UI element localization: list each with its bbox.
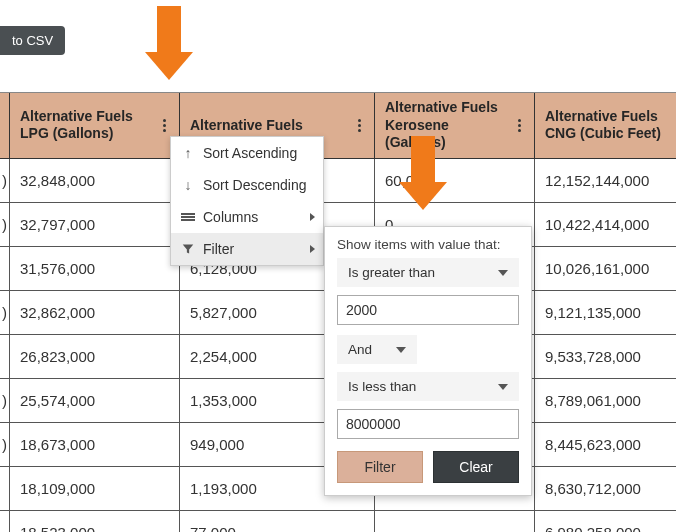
column-header-cng[interactable]: Alternative Fuels CNG (Cubic Feet): [535, 93, 676, 159]
cell-lpg: 32,848,000: [10, 159, 180, 203]
column-menu-icon[interactable]: [352, 119, 366, 132]
table-row: 18,523,00077,0006,980,258,000: [0, 511, 676, 533]
filter-value-1[interactable]: [337, 295, 519, 325]
filter-panel: Show items with value that: Is greater t…: [324, 226, 532, 496]
menu-filter[interactable]: Filter: [171, 233, 323, 265]
row-stub: ): [0, 159, 10, 203]
menu-sort-desc[interactable]: ↓ Sort Descending: [171, 169, 323, 201]
dropdown-value: And: [348, 342, 372, 357]
cell-lpg: 32,797,000: [10, 203, 180, 247]
export-csv-button[interactable]: to CSV: [0, 26, 65, 55]
chevron-right-icon: [310, 245, 315, 253]
filter-clear-button[interactable]: Clear: [433, 451, 519, 483]
column-label: Alternative Fuels CNG (Cubic Feet): [545, 108, 672, 143]
column-menu-icon[interactable]: [512, 119, 526, 132]
row-stub: ): [0, 203, 10, 247]
column-menu-icon[interactable]: [157, 119, 171, 132]
cell-lpg: 26,823,000: [10, 335, 180, 379]
row-stub: [0, 467, 10, 511]
cell-lpg: 32,862,000: [10, 291, 180, 335]
menu-label: Sort Ascending: [203, 145, 297, 161]
cell-cng: 10,026,161,000: [535, 247, 676, 291]
menu-sort-asc[interactable]: ↑ Sort Ascending: [171, 137, 323, 169]
cell-lpg: 18,109,000: [10, 467, 180, 511]
arrow-up-icon: ↑: [181, 145, 195, 161]
cell-cng: 9,533,728,000: [535, 335, 676, 379]
chevron-down-icon: [498, 384, 508, 390]
cell-lpg: 18,673,000: [10, 423, 180, 467]
callout-arrow-icon: [146, 6, 192, 80]
row-stub: [0, 335, 10, 379]
cell-kerosene: [375, 511, 535, 533]
arrow-down-icon: ↓: [181, 177, 195, 193]
cell-cng: 10,422,414,000: [535, 203, 676, 247]
cell-lpg: 25,574,000: [10, 379, 180, 423]
column-menu: ↑ Sort Ascending ↓ Sort Descending Colum…: [170, 136, 324, 266]
column-header-kerosene[interactable]: Alternative Fuels Kerosene (Gallons): [375, 93, 535, 159]
cell-lpg: 31,576,000: [10, 247, 180, 291]
cell-alt: 77,000: [180, 511, 375, 533]
filter-apply-button[interactable]: Filter: [337, 451, 423, 483]
cell-cng: 8,789,061,000: [535, 379, 676, 423]
columns-icon: [181, 213, 195, 221]
header-stub: [0, 93, 10, 159]
menu-columns[interactable]: Columns: [171, 201, 323, 233]
callout-arrow-icon: [400, 136, 446, 210]
row-stub: ): [0, 423, 10, 467]
cell-cng: 12,152,144,000: [535, 159, 676, 203]
row-stub: ): [0, 291, 10, 335]
dropdown-value: Is greater than: [348, 265, 435, 280]
dropdown-value: Is less than: [348, 379, 416, 394]
menu-label: Columns: [203, 209, 258, 225]
funnel-icon: [181, 243, 195, 255]
filter-value-2[interactable]: [337, 409, 519, 439]
filter-logic[interactable]: And: [337, 335, 417, 364]
row-stub: ): [0, 379, 10, 423]
column-label: Alternative Fuels: [190, 117, 352, 135]
cell-lpg: 18,523,000: [10, 511, 180, 533]
chevron-right-icon: [310, 213, 315, 221]
filter-operator-1[interactable]: Is greater than: [337, 258, 519, 287]
filter-operator-2[interactable]: Is less than: [337, 372, 519, 401]
column-menu-icon[interactable]: [672, 119, 676, 132]
menu-label: Filter: [203, 241, 234, 257]
chevron-down-icon: [396, 347, 406, 353]
cell-cng: 6,980,258,000: [535, 511, 676, 533]
filter-title: Show items with value that:: [337, 237, 519, 252]
row-stub: [0, 247, 10, 291]
cell-cng: 8,445,623,000: [535, 423, 676, 467]
chevron-down-icon: [498, 270, 508, 276]
cell-cng: 9,121,135,000: [535, 291, 676, 335]
row-stub: [0, 511, 10, 533]
menu-label: Sort Descending: [203, 177, 307, 193]
grid-header-row: Alternative Fuels LPG (Gallons) Alternat…: [0, 93, 676, 159]
cell-cng: 8,630,712,000: [535, 467, 676, 511]
column-label: Alternative Fuels LPG (Gallons): [20, 108, 157, 143]
column-header-lpg[interactable]: Alternative Fuels LPG (Gallons): [10, 93, 180, 159]
table-row: )32,848,00060,00012,152,144,000: [0, 159, 676, 203]
